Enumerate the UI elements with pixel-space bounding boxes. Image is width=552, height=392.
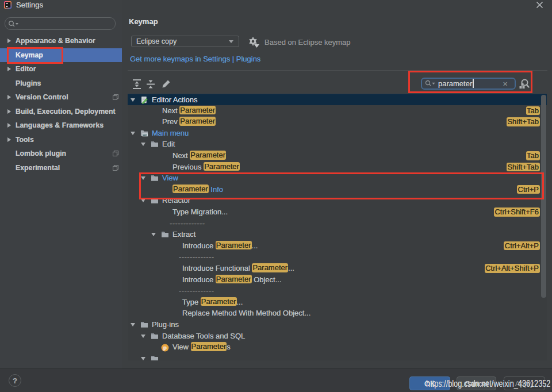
svg-text:p: p (163, 345, 167, 351)
